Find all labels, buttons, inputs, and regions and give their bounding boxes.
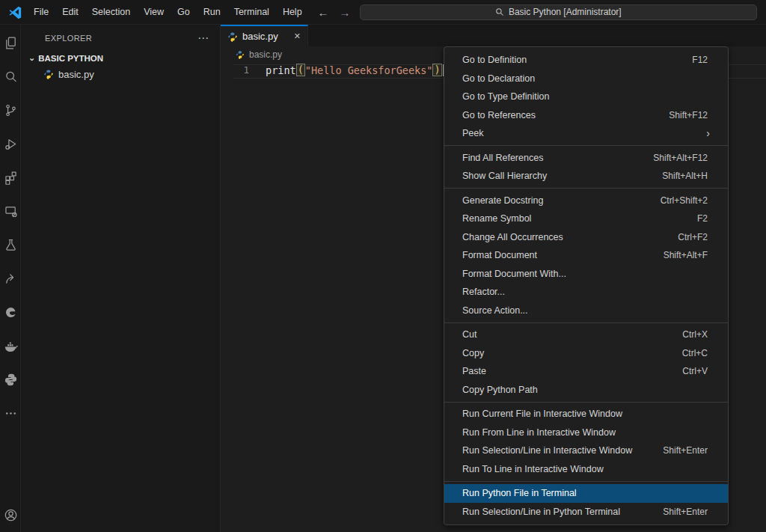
command-center-search[interactable]: Basic Python [Administrator] [360, 4, 757, 20]
share-icon [3, 271, 19, 287]
menu-run[interactable]: Run [197, 4, 227, 20]
menu-item-label: Paste [462, 366, 682, 376]
menu-item-label: Format Document [462, 250, 664, 260]
menu-item-format-document[interactable]: Format DocumentShift+Alt+F [444, 246, 728, 265]
menu-item-paste[interactable]: PasteCtrl+V [444, 362, 728, 381]
menu-item-run-from-line-in-interactive-window[interactable]: Run From Line in Interactive Window [444, 424, 728, 442]
menu-item-peek[interactable]: Peek› [444, 124, 728, 143]
title-bar: FileEditSelectionViewGoRunTerminalHelp ←… [0, 0, 766, 25]
menu-item-label: Cut [462, 329, 682, 340]
menu-item-run-selection-line-in-interactive-window[interactable]: Run Selection/Line in Interactive Window… [444, 441, 728, 460]
menu-item-rename-symbol[interactable]: Rename SymbolF2 [444, 210, 728, 228]
menu-item-label: Copy [462, 348, 682, 358]
file-basic.py[interactable]: basic.py [21, 66, 220, 82]
testing-icon [3, 237, 19, 253]
menu-go[interactable]: Go [171, 4, 197, 20]
menu-item-label: Run Selection/Line in Interactive Window [462, 445, 663, 456]
menu-item-copy-python-path[interactable]: Copy Python Path [444, 381, 728, 400]
menu-item-shortcut: Shift+Alt+F12 [653, 153, 717, 163]
activity-docker[interactable] [0, 334, 21, 357]
menu-file[interactable]: File [27, 4, 55, 20]
menu-item-shortcut: Ctrl+X [682, 329, 717, 340]
activity-remote-explorer[interactable] [0, 200, 21, 222]
activity-source-control[interactable] [0, 99, 21, 121]
menu-item-label: Go to Definition [462, 55, 692, 65]
folder-name: BASIC PYTHON [38, 54, 103, 63]
run-and-debug-icon [3, 136, 19, 152]
tab-basic-py[interactable]: basic.py ✕ [221, 25, 308, 46]
menu-separator [444, 145, 728, 146]
source-control-icon [3, 103, 19, 118]
explorer-more-actions-icon[interactable]: ⋯ [197, 31, 209, 45]
edge-icon [3, 305, 19, 320]
menu-item-label: Run Python File in Terminal [462, 488, 717, 498]
menu-item-label: Rename Symbol [462, 213, 697, 224]
activity-account[interactable] [0, 504, 21, 526]
folder-basic-python[interactable]: ⌄ BASIC PYTHON [21, 51, 220, 66]
menu-terminal[interactable]: Terminal [227, 4, 276, 20]
menu-item-label: Go to Declaration [462, 73, 717, 84]
menu-item-label: Find All References [462, 153, 653, 163]
menu-edit[interactable]: Edit [55, 4, 85, 20]
code-tokens: print("Hello GeeksforGeeks") [266, 64, 442, 76]
menu-item-label: Source Action... [462, 305, 717, 316]
token-func: print [266, 64, 296, 76]
back-arrow-icon[interactable]: ← [318, 6, 329, 19]
activity-python[interactable] [0, 368, 21, 391]
vscode-window: FileEditSelectionViewGoRunTerminalHelp ←… [0, 0, 766, 532]
menu-item-label: Go to References [462, 110, 669, 120]
menu-item-refactor[interactable]: Refactor... [444, 283, 728, 302]
chevron-down-icon: ⌄ [28, 53, 35, 63]
menu-help[interactable]: Help [276, 4, 309, 20]
menu-item-cut[interactable]: CutCtrl+X [444, 325, 728, 344]
menubar: FileEditSelectionViewGoRunTerminalHelp [27, 4, 309, 20]
tab-bar: basic.py ✕ [221, 25, 766, 46]
file-name: basic.py [58, 69, 94, 80]
menu-view[interactable]: View [137, 4, 171, 20]
explorer-title: EXPLORER [45, 34, 92, 43]
menu-item-generate-docstring[interactable]: Generate DocstringCtrl+Shift+2 [444, 192, 728, 210]
activity-more[interactable] [0, 402, 21, 424]
menu-item-show-call-hierarchy[interactable]: Show Call HierarchyShift+Alt+H [444, 167, 728, 186]
activity-extensions[interactable] [0, 166, 21, 189]
menu-item-format-document-with[interactable]: Format Document With... [444, 265, 728, 284]
activity-testing[interactable] [0, 233, 21, 256]
close-icon[interactable]: ✕ [294, 31, 301, 41]
vscode-logo-icon [7, 4, 22, 19]
menu-item-label: Go to Type Definition [462, 91, 717, 102]
activity-run-and-debug[interactable] [0, 132, 21, 155]
menu-item-go-to-definition[interactable]: Go to DefinitionF12 [444, 51, 728, 70]
activity-edge[interactable] [0, 301, 21, 323]
menu-item-label: Run Current File in Interactive Window [462, 409, 717, 419]
menu-separator [444, 322, 728, 323]
activity-share[interactable] [0, 267, 21, 290]
menu-item-shortcut: Shift+Alt+F [664, 250, 717, 260]
menu-item-go-to-references[interactable]: Go to ReferencesShift+F12 [444, 106, 728, 125]
activity-search[interactable] [0, 65, 21, 88]
search-icon [3, 69, 19, 85]
menu-item-shortcut: Ctrl+F2 [678, 232, 717, 242]
python-file-icon [227, 31, 238, 42]
menu-item-label: Copy Python Path [462, 385, 717, 395]
menu-item-run-selection-line-in-python-terminal[interactable]: Run Selection/Line in Python TerminalShi… [444, 503, 728, 522]
menu-item-go-to-declaration[interactable]: Go to Declaration [444, 70, 728, 88]
python-file-icon [43, 69, 54, 79]
menu-item-label: Generate Docstring [462, 195, 661, 206]
menu-item-find-all-references[interactable]: Find All ReferencesShift+Alt+F12 [444, 149, 728, 168]
tab-label: basic.py [242, 31, 278, 42]
activity-files[interactable] [0, 31, 21, 54]
menu-item-source-action[interactable]: Source Action... [444, 302, 728, 320]
menu-selection[interactable]: Selection [85, 4, 137, 20]
menu-item-run-to-line-in-interactive-window[interactable]: Run To Line in Interactive Window [444, 460, 728, 479]
explorer-sidebar: EXPLORER ⋯ ⌄ BASIC PYTHON basic.py [21, 25, 221, 532]
menu-item-copy[interactable]: CopyCtrl+C [444, 344, 728, 363]
menu-item-label: Refactor... [462, 287, 717, 297]
menu-item-run-current-file-in-interactive-window[interactable]: Run Current File in Interactive Window [444, 405, 728, 424]
menu-item-run-python-file-in-terminal[interactable]: Run Python File in Terminal [444, 484, 728, 503]
menu-item-go-to-type-definition[interactable]: Go to Type Definition [444, 88, 728, 106]
search-text: Basic Python [Administrator] [509, 7, 622, 17]
files-icon [3, 35, 19, 51]
forward-arrow-icon[interactable]: → [340, 6, 351, 19]
menu-separator [444, 402, 728, 403]
menu-item-change-all-occurrences[interactable]: Change All OccurrencesCtrl+F2 [444, 228, 728, 247]
